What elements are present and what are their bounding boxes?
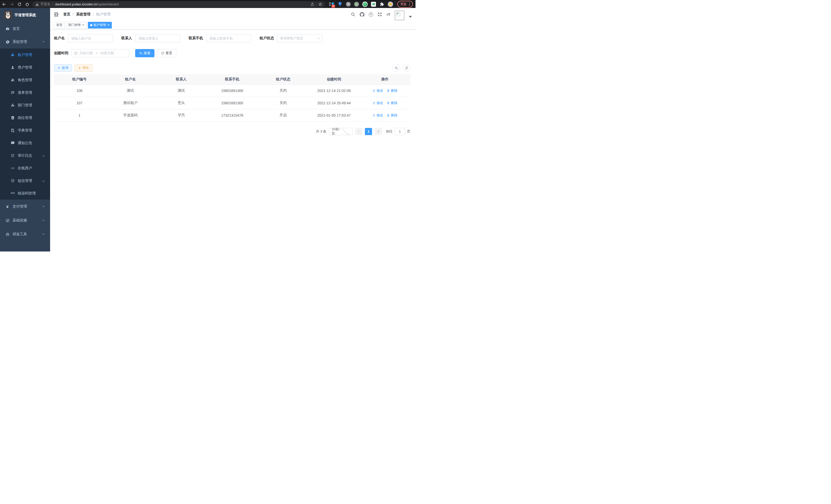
extension-y-icon[interactable]: Y [362,2,368,7]
bookmark-star-icon[interactable] [318,2,322,6]
extensions-puzzle-icon[interactable] [379,2,384,7]
browser-back-icon[interactable] [2,2,6,6]
refresh-table-button[interactable] [403,64,410,72]
cell-phone: 15601691300 [207,97,257,109]
close-icon[interactable]: ✕ [82,24,84,26]
export-button[interactable]: 导出 [75,64,92,72]
pencil-icon [372,101,375,105]
edit-link[interactable]: 修改 [372,101,383,105]
delete-link[interactable]: 删除 [387,88,398,93]
extension-grid-icon[interactable]: 10 [329,2,334,7]
sidebar-item-user[interactable]: 用户管理 [0,61,50,74]
search-button[interactable]: 搜索 [135,49,154,57]
security-label[interactable]: 不安全 [40,2,50,6]
share-icon[interactable] [310,2,314,6]
sidebar-item-role[interactable]: 角色管理 [0,74,50,86]
sidebar-item-dict[interactable]: 字典管理 [0,124,50,137]
browser-chrome: 不安全 dashboard.yudao.iocoder.cn/system/te… [0,0,416,8]
tenant-name-input[interactable] [68,34,113,42]
sidebar-item-menu[interactable]: 菜单管理 [0,86,50,99]
page-size-value: 10条/页 [332,127,341,136]
edit-link[interactable]: 修改 [372,113,383,118]
sidebar-item-audit[interactable]: 审计日志 [0,149,50,162]
delete-link[interactable]: 删除 [387,113,398,118]
sidebar-item-dev[interactable]: 研发工具 [0,227,50,241]
sidebar-collapse-icon[interactable] [54,12,59,17]
download-icon [78,66,81,69]
sidebar-item-label: 短信管理 [18,179,32,183]
pencil-icon [372,89,375,92]
sidebar-item-system[interactable]: 系统管理 [0,35,50,49]
date-range-picker[interactable]: 开始日期 - 结束日期 [71,49,129,57]
sidebar-item-errcode[interactable]: </> 错误码管理 [0,187,50,200]
url-text[interactable]: dashboard.yudao.iocoder.cn/system/tenant [55,2,119,6]
sidebar-item-home[interactable]: 首页 [0,22,50,35]
phone-label: 联系手机 [189,36,203,40]
table-row: 108 测试 测试 15601691300 关闭 2021-12-14 21:0… [54,85,410,97]
font-size-icon[interactable]: TT [386,12,390,17]
sidebar-item-dept[interactable]: 部门管理 [0,99,50,112]
page-1-button[interactable]: 1 [365,128,372,135]
extension-dot-icon[interactable] [354,2,359,7]
update-label: 更新 [400,2,407,6]
phone-input[interactable] [206,34,251,42]
browser-home-icon[interactable] [25,2,29,6]
fullscreen-icon[interactable] [377,12,382,17]
avatar-caret-icon[interactable] [409,16,412,18]
cell-id: 108 [54,85,105,97]
breadcrumb-current: 租户管理 [96,12,111,17]
github-icon[interactable] [360,12,364,17]
contact-input[interactable] [135,34,180,42]
sidebar-item-label: 通知公告 [18,141,32,145]
reset-button[interactable]: 重置 [157,49,176,57]
browser-update-button[interactable]: 更新 [397,1,413,8]
next-page-button[interactable] [375,128,382,135]
close-icon[interactable]: ✕ [107,24,110,26]
broken-image-icon [396,11,401,17]
date-separator: - [94,51,99,55]
status-select[interactable]: 请选择租户状态 [277,34,322,42]
extension-pin-icon[interactable] [337,2,343,7]
navbar: 首页 / 系统管理 / 租户管理 ? TT [50,8,416,21]
browser-reload-icon[interactable] [18,2,22,6]
tab-dept[interactable]: 部门管理✕ [66,22,87,29]
refresh-icon [405,66,408,69]
browser-menu-icon[interactable] [409,3,410,6]
add-button[interactable]: 新增 [54,64,72,72]
show-search-button[interactable] [392,64,400,72]
delete-link[interactable]: 删除 [387,101,398,105]
sidebar-item-post[interactable]: 岗位管理 [0,112,50,124]
header-search-icon[interactable] [351,12,355,17]
edit-link[interactable]: 修改 [372,88,383,93]
tab-tenant[interactable]: 租户管理✕ [88,22,112,29]
sidebar-item-pay[interactable]: ¥ 支付管理 [0,200,50,213]
tab-home[interactable]: 首页 [54,22,65,29]
sidebar-item-label: 系统管理 [12,39,27,44]
browser-forward-icon[interactable] [10,2,14,6]
breadcrumb-system[interactable]: 系统管理 [76,12,90,17]
sidebar-item-online[interactable]: 在线用户 [0,162,50,174]
help-icon[interactable]: ? [369,12,373,17]
page-size-select[interactable]: 10条/页 [329,128,352,135]
prev-page-button[interactable] [355,128,362,135]
sidebar-item-label: 在线用户 [18,166,32,171]
chevron-left-icon [358,130,361,133]
sidebar-item-tenant[interactable]: 租户管理 [0,49,50,61]
address-bar[interactable]: 不安全 dashboard.yudao.iocoder.cn/system/te… [32,1,325,7]
trash-icon [387,89,390,92]
sidebar-logo-row[interactable]: 芋道管理系统 [0,8,50,22]
sidebar-item-sms[interactable]: 短信管理 [0,174,50,187]
sidebar-item-label: 字典管理 [18,128,32,133]
sidebar-item-notice[interactable]: 通知公告 [0,137,50,149]
avatar[interactable] [395,10,404,20]
breadcrumb-home[interactable]: 首页 [63,12,70,17]
profile-avatar-icon[interactable] [388,2,393,7]
edit-label: 修改 [376,113,383,118]
col-header-phone: 联系手机 [207,74,257,85]
goto-page-input[interactable] [395,128,405,135]
delete-label: 删除 [391,88,398,93]
cell-name: 芋道源码 [105,109,156,121]
extension-chat-icon[interactable] [371,2,376,7]
extension-command-icon[interactable]: ⌘ [346,2,351,7]
sidebar-item-infra[interactable]: 基础设施 [0,213,50,227]
